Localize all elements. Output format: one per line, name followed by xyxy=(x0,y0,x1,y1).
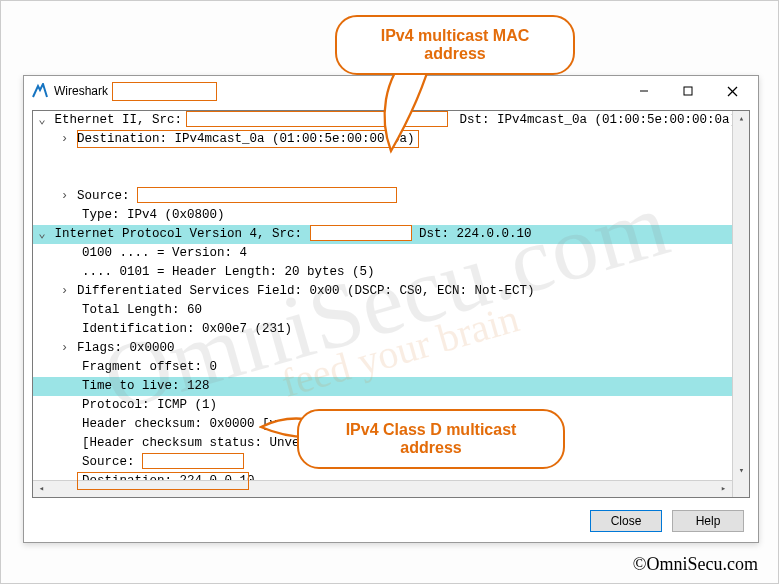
ip-tlen-text: Total Length: 60 xyxy=(82,303,202,317)
tree-row-eth-source[interactable]: › Source: xyxy=(33,187,749,206)
chevron-right-icon: › xyxy=(60,130,70,149)
ip-flags-text: Flags: 0x0000 xyxy=(77,341,175,355)
maximize-icon xyxy=(683,86,693,96)
help-button[interactable]: Help xyxy=(672,510,744,532)
ip-proto-text: Protocol: ICMP (1) xyxy=(82,398,217,412)
horizontal-scrollbar[interactable]: ◂ ▸ xyxy=(33,480,732,497)
scroll-down-button[interactable]: ▾ xyxy=(733,463,750,480)
scroll-left-button[interactable]: ◂ xyxy=(33,481,50,498)
minimize-icon xyxy=(639,86,649,96)
title-redaction-box xyxy=(112,82,217,101)
eth-type-text: Type: IPv4 (0x0800) xyxy=(82,208,225,222)
tree-row-ip-tlen[interactable]: Total Length: 60 xyxy=(33,301,749,320)
callout-mac-text: IPv4 multicast MAC address xyxy=(381,27,529,62)
close-button[interactable]: Close xyxy=(590,510,662,532)
close-window-button[interactable] xyxy=(710,77,754,105)
tree-row-ip-version[interactable]: 0100 .... = Version: 4 xyxy=(33,244,749,263)
tree-row-ip-frag[interactable]: Fragment offset: 0 xyxy=(33,358,749,377)
scroll-up-button[interactable]: ▴ xyxy=(733,111,750,128)
scroll-right-button[interactable]: ▸ xyxy=(715,481,732,498)
ip-src-value-redaction xyxy=(142,453,244,469)
ip-head-tail: Dst: 224.0.0.10 xyxy=(419,227,532,241)
eth-src-value-redaction xyxy=(137,187,397,203)
close-button-label: Close xyxy=(611,514,642,528)
copyright: ©OmniSecu.com xyxy=(633,554,758,575)
callout-classd: IPv4 Class D multicast address xyxy=(297,409,565,469)
ip-src-text: Source: xyxy=(82,455,135,469)
ip-id-text: Identification: 0x00e7 (231) xyxy=(82,322,292,336)
ip-head-text: Internet Protocol Version 4, Src: xyxy=(55,227,303,241)
eth-src-text: Source: xyxy=(77,189,130,203)
ip-frag-text: Fragment offset: 0 xyxy=(82,360,217,374)
callout-mac: IPv4 multicast MAC address xyxy=(335,15,575,75)
svg-rect-1 xyxy=(684,87,692,95)
tree-row-ip-hlen[interactable]: .... 0101 = Header Length: 20 bytes (5) xyxy=(33,263,749,282)
vertical-scrollbar[interactable]: ▴ ▾ xyxy=(732,111,749,497)
eth-dest-text: Destination: IPv4mcast_0a (01:00:5e:00:0… xyxy=(77,132,415,146)
dialog-buttons: Close Help xyxy=(24,498,758,532)
ip-ttl-text: Time to live: 128 xyxy=(82,379,210,393)
callout-classd-text: IPv4 Class D multicast address xyxy=(346,421,517,456)
window-title: Wireshark xyxy=(54,84,108,98)
chevron-right-icon: › xyxy=(60,187,70,206)
help-button-label: Help xyxy=(696,514,721,528)
tree-row-ip-id[interactable]: Identification: 0x00e7 (231) xyxy=(33,320,749,339)
tree-row-ip-ttl[interactable]: Time to live: 128 xyxy=(33,377,749,396)
tree-row-ip-dscp[interactable]: › Differentiated Services Field: 0x00 (D… xyxy=(33,282,749,301)
ip-hlen-text: .... 0101 = Header Length: 20 bytes (5) xyxy=(82,265,375,279)
maximize-button[interactable] xyxy=(666,77,710,105)
eth-dst-tail: Dst: IPv4mcast_0a (01:00:5e:00:00:0a) xyxy=(460,113,738,127)
minimize-button[interactable] xyxy=(622,77,666,105)
tree-row-ip-flags[interactable]: › Flags: 0x0000 xyxy=(33,339,749,358)
chevron-right-icon: › xyxy=(60,339,70,358)
chevron-right-icon: › xyxy=(60,282,70,301)
chevron-down-icon: ⌄ xyxy=(37,225,47,244)
ip-dscp-text: Differentiated Services Field: 0x00 (DSC… xyxy=(77,284,535,298)
ip-ver-text: 0100 .... = Version: 4 xyxy=(82,246,247,260)
wireshark-icon xyxy=(32,83,48,99)
chevron-down-icon: ⌄ xyxy=(37,111,47,130)
close-icon xyxy=(727,86,738,97)
ip-src-redaction xyxy=(310,225,412,241)
eth-label: Ethernet II, Src: xyxy=(55,113,183,127)
tree-row-eth-type[interactable]: Type: IPv4 (0x0800) xyxy=(33,206,749,225)
tree-row-ip-header[interactable]: ⌄ Internet Protocol Version 4, Src: Dst:… xyxy=(33,225,749,244)
